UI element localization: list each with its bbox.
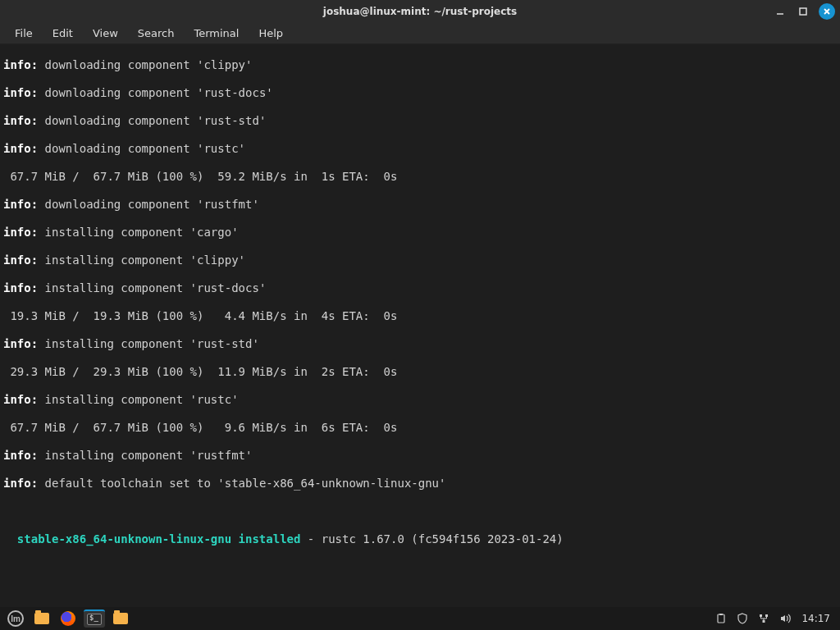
terminal-viewport[interactable]: info: downloading component 'clippy' inf… — [0, 44, 840, 607]
info-prefix: info: — [3, 477, 38, 490]
window-titlebar: joshua@linux-mint: ~/rust-projects — [0, 0, 840, 23]
taskbar: lm 14:17 — [0, 607, 840, 630]
info-prefix: info: — [3, 86, 38, 99]
clipboard-icon[interactable] — [714, 612, 728, 625]
info-prefix: info: — [3, 449, 38, 462]
folder-icon — [113, 613, 128, 624]
taskbar-firefox[interactable] — [57, 609, 79, 628]
clock[interactable]: 14:17 — [801, 613, 830, 624]
firefox-icon — [61, 611, 75, 626]
term-line: default toolchain set to 'stable-x86_64-… — [38, 477, 445, 490]
term-line: installing component 'clippy' — [38, 253, 245, 267]
folder-icon — [34, 613, 49, 624]
term-line: installing component 'rust-docs' — [38, 281, 266, 294]
progress-line: 67.7 MiB / 67.7 MiB (100 %) 9.6 MiB/s in… — [3, 421, 837, 435]
window-controls — [773, 3, 835, 20]
menu-search[interactable]: Search — [130, 25, 183, 41]
progress-line: 19.3 MiB / 19.3 MiB (100 %) 4.4 MiB/s in… — [3, 309, 837, 323]
taskbar-terminal[interactable] — [84, 609, 105, 628]
network-icon[interactable] — [757, 612, 770, 625]
menu-button[interactable]: lm — [5, 609, 26, 628]
menu-help[interactable]: Help — [250, 25, 291, 41]
info-prefix: info: — [3, 142, 38, 155]
menubar: File Edit View Search Terminal Help — [0, 23, 840, 44]
window-title: joshua@linux-mint: ~/rust-projects — [323, 6, 517, 17]
info-prefix: info: — [3, 393, 38, 406]
svg-rect-5 — [719, 614, 723, 615]
svg-rect-6 — [760, 614, 762, 617]
svg-rect-8 — [763, 620, 765, 623]
term-line: installing component 'rustc' — [38, 393, 238, 406]
shield-icon[interactable] — [736, 612, 749, 625]
term-line: downloading component 'rustc' — [38, 142, 245, 155]
taskbar-files-2[interactable] — [110, 609, 131, 628]
info-prefix: info: — [3, 337, 38, 350]
taskbar-left: lm — [5, 609, 131, 628]
svg-rect-4 — [718, 614, 724, 623]
info-prefix: info: — [3, 114, 38, 127]
svg-rect-1 — [800, 8, 806, 15]
svg-rect-7 — [765, 614, 768, 617]
terminal-icon — [87, 614, 102, 625]
term-line: installing component 'rust-std' — [38, 337, 259, 350]
menu-view[interactable]: View — [84, 25, 126, 41]
term-line: downloading component 'rust-docs' — [38, 86, 273, 99]
info-prefix: info: — [3, 58, 38, 71]
menu-terminal[interactable]: Terminal — [185, 25, 247, 41]
term-line: downloading component 'clippy' — [38, 58, 252, 71]
info-prefix: info: — [3, 253, 38, 267]
term-line: installing component 'rustfmt' — [38, 449, 252, 462]
toolchain-version: - rustc 1.67.0 (fc594f156 2023-01-24) — [300, 532, 563, 546]
term-line: downloading component 'rustfmt' — [38, 198, 259, 211]
menu-file[interactable]: File — [7, 25, 41, 41]
progress-line: 29.3 MiB / 29.3 MiB (100 %) 11.9 MiB/s i… — [3, 365, 837, 379]
info-prefix: info: — [3, 226, 38, 239]
toolchain-installed: stable-x86_64-unknown-linux-gnu installe… — [3, 532, 300, 546]
maximize-button[interactable] — [796, 4, 810, 19]
minimize-button[interactable] — [773, 4, 788, 19]
progress-line: 67.7 MiB / 67.7 MiB (100 %) 59.2 MiB/s i… — [3, 170, 837, 184]
system-tray: 14:17 — [714, 612, 835, 625]
info-prefix: info: — [3, 198, 38, 211]
info-prefix: info: — [3, 281, 38, 294]
term-line: installing component 'cargo' — [38, 226, 238, 239]
taskbar-files[interactable] — [31, 609, 52, 628]
volume-icon[interactable] — [778, 612, 792, 625]
close-button[interactable] — [819, 3, 835, 20]
mint-logo-icon: lm — [7, 610, 24, 627]
menu-edit[interactable]: Edit — [44, 25, 81, 41]
term-line: downloading component 'rust-std' — [38, 114, 266, 127]
